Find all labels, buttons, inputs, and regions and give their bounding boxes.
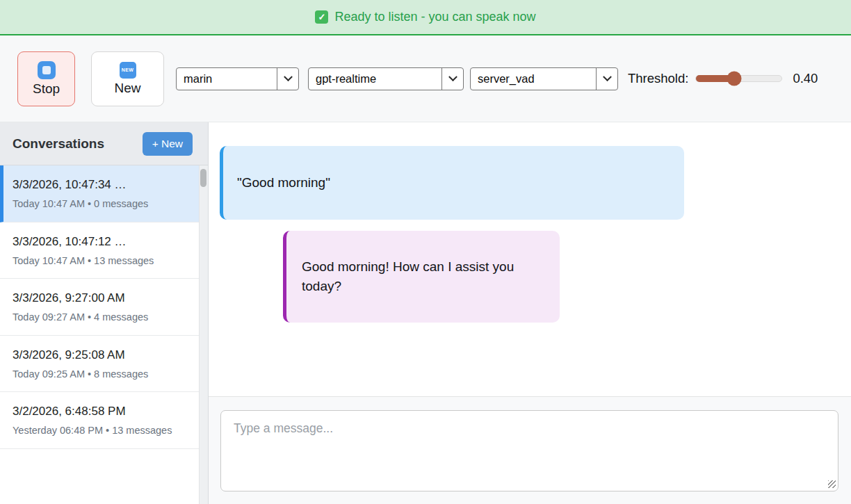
check-icon: ✓ — [315, 10, 328, 24]
chat-message-text: Good morning! How can I assist you today… — [302, 259, 514, 293]
conversation-subtitle: Today 09:27 AM • 4 messages — [13, 310, 189, 325]
app-window: ✓ Ready to listen - you can speak now St… — [0, 0, 851, 504]
chevron-down-icon — [441, 68, 463, 90]
status-text: Ready to listen - you can speak now — [334, 10, 535, 24]
conversation-item[interactable]: 3/2/2026, 6:48:58 PM Yesterday 06:48 PM … — [0, 392, 199, 449]
threshold-value: 0.40 — [793, 71, 818, 86]
stop-button[interactable]: Stop — [17, 51, 75, 106]
conversation-title: 3/3/2026, 9:27:00 AM — [13, 290, 189, 307]
voice-select[interactable]: marin — [176, 67, 299, 90]
model-select-value: gpt-realtime — [309, 68, 441, 90]
conversation-subtitle: Today 10:47 AM • 13 messages — [13, 254, 189, 269]
model-select[interactable]: gpt-realtime — [308, 67, 464, 90]
sidebar-scrollbar[interactable] — [199, 165, 208, 504]
chevron-down-icon — [596, 68, 617, 90]
new-button-label: New — [114, 81, 140, 96]
voice-select-value: marin — [177, 68, 277, 90]
message-input-area — [209, 396, 851, 504]
stop-button-label: Stop — [33, 81, 60, 97]
conversation-item[interactable]: 3/3/2026, 10:47:12 … Today 10:47 AM • 13… — [0, 222, 199, 279]
conversation-subtitle: Today 09:25 AM • 8 messages — [13, 367, 189, 382]
conversation-item[interactable]: 3/3/2026, 9:25:08 AM Today 09:25 AM • 8 … — [0, 336, 199, 393]
conversation-item[interactable]: 3/3/2026, 9:27:00 AM Today 09:27 AM • 4 … — [0, 279, 199, 336]
vad-mode-select-value: server_vad — [471, 68, 596, 90]
conversation-subtitle: Yesterday 06:48 PM • 13 messages — [13, 423, 189, 439]
sidebar-header: Conversations + New — [0, 122, 208, 165]
new-session-button[interactable]: NEW New — [91, 51, 164, 106]
conversation-title: 3/3/2026, 10:47:12 … — [13, 234, 189, 250]
threshold-slider-thumb[interactable] — [727, 72, 741, 86]
chat-panel: "Good morning" Good morning! How can I a… — [209, 122, 851, 504]
chat-message: "Good morning" — [220, 146, 684, 220]
threshold-slider[interactable] — [695, 75, 782, 82]
chat-message: Good morning! How can I assist you today… — [283, 231, 560, 323]
conversation-title: 3/2/2026, 6:48:58 PM — [13, 403, 189, 420]
content: Conversations + New 3/3/2026, 10:47:34 …… — [0, 122, 851, 504]
chevron-down-icon — [277, 68, 298, 90]
toolbar: Stop NEW New marin gpt-realtime server_v… — [0, 35, 851, 122]
status-banner: ✓ Ready to listen - you can speak now — [0, 0, 851, 35]
conversation-list-wrap: 3/3/2026, 10:47:34 … Today 10:47 AM • 0 … — [0, 165, 208, 504]
conversations-sidebar: Conversations + New 3/3/2026, 10:47:34 …… — [0, 122, 209, 504]
sidebar-title: Conversations — [13, 136, 104, 152]
chat-message-text: "Good morning" — [237, 175, 330, 190]
vad-mode-select[interactable]: server_vad — [470, 67, 618, 90]
conversation-title: 3/3/2026, 9:25:08 AM — [13, 347, 189, 364]
conversation-subtitle: Today 10:47 AM • 0 messages — [13, 197, 189, 212]
threshold-label: Threshold: — [628, 71, 688, 86]
new-conversation-button[interactable]: + New — [143, 132, 193, 156]
conversation-list: 3/3/2026, 10:47:34 … Today 10:47 AM • 0 … — [0, 165, 199, 449]
stop-icon — [38, 61, 56, 79]
conversation-title: 3/3/2026, 10:47:34 … — [13, 177, 189, 193]
conversation-item[interactable]: 3/3/2026, 10:47:34 … Today 10:47 AM • 0 … — [0, 165, 199, 222]
message-list: "Good morning" Good morning! How can I a… — [209, 122, 851, 396]
message-input[interactable] — [220, 410, 838, 491]
sidebar-scrollbar-thumb[interactable] — [200, 169, 206, 187]
new-icon: NEW — [120, 62, 136, 79]
resize-handle-icon[interactable] — [828, 480, 836, 488]
